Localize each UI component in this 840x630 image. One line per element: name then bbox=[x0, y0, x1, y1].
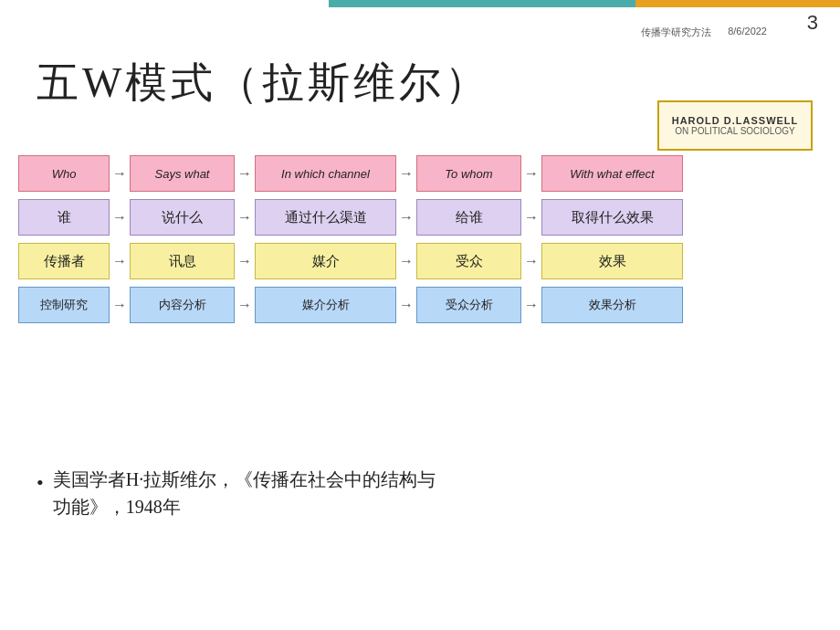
arrow-2: → bbox=[237, 165, 252, 182]
page-title: 五W模式（拉斯维尔） bbox=[37, 55, 490, 111]
box-chuanboze: 传播者 bbox=[18, 243, 110, 279]
box-effect-en: With what effect bbox=[541, 155, 683, 192]
box-meijie: 媒介 bbox=[255, 243, 396, 279]
box-kongzhi: 控制研究 bbox=[18, 287, 110, 323]
box-to-whom-en: To whom bbox=[416, 155, 521, 192]
box-xiaoguo: 效果 bbox=[541, 243, 683, 279]
lasswell-book-ref: HAROLD D.LASSWELL ON POLITICAL SOCIOLOGY bbox=[657, 100, 813, 151]
book-subtitle: ON POLITICAL SOCIOLOGY bbox=[675, 126, 794, 136]
box-to-whom-cn: 给谁 bbox=[416, 199, 521, 236]
arrow-10: → bbox=[237, 253, 252, 269]
box-effect-cn: 取得什么效果 bbox=[541, 199, 683, 236]
arrow-12: → bbox=[524, 253, 539, 269]
slide-number: 3 bbox=[807, 11, 818, 35]
box-channel-cn: 通过什么渠道 bbox=[255, 199, 396, 236]
arrow-1: → bbox=[112, 165, 127, 182]
arrow-7: → bbox=[399, 209, 414, 226]
box-xiaoguo-fenxi: 效果分析 bbox=[541, 287, 683, 323]
bullet-item-1: • 美国学者H·拉斯维尔，《传播在社会中的结构与 功能》，1948年 bbox=[37, 466, 803, 520]
row-research: 控制研究 → 内容分析 → 媒介分析 → 受众分析 → 效果分析 bbox=[18, 287, 822, 323]
box-meijie-fenxi: 媒介分析 bbox=[255, 287, 396, 323]
bullet-line1: 美国学者H·拉斯维尔，《传播在社会中的结构与 bbox=[53, 466, 436, 493]
arrow-3: → bbox=[399, 165, 414, 182]
arrow-9: → bbox=[112, 253, 127, 269]
top-accent-bar bbox=[329, 0, 840, 7]
arrow-8: → bbox=[524, 209, 539, 226]
bullet-dot: • bbox=[37, 467, 44, 498]
box-says-what-cn: 说什么 bbox=[130, 199, 235, 236]
box-who-en: Who bbox=[18, 155, 110, 192]
row-chinese-concepts: 谁 → 说什么 → 通过什么渠道 → 给谁 → 取得什么效果 bbox=[18, 199, 822, 236]
bullet-line2: 功能》，1948年 bbox=[53, 493, 436, 520]
box-shouzong-fenxi: 受众分析 bbox=[416, 287, 521, 323]
box-says-what-en: Says what bbox=[130, 155, 235, 192]
arrow-13: → bbox=[112, 297, 127, 313]
arrow-11: → bbox=[399, 253, 414, 269]
book-title: HAROLD D.LASSWELL bbox=[672, 115, 799, 126]
box-channel-en: In which channel bbox=[255, 155, 396, 192]
meta-date: 8/6/2022 bbox=[728, 26, 767, 39]
arrow-6: → bbox=[237, 209, 252, 226]
arrow-14: → bbox=[237, 297, 252, 313]
meta-info: 传播学研究方法 8/6/2022 bbox=[641, 26, 767, 39]
box-neirong: 内容分析 bbox=[130, 287, 235, 323]
meta-subject: 传播学研究方法 bbox=[641, 26, 711, 39]
bullet-text: 美国学者H·拉斯维尔，《传播在社会中的结构与 功能》，1948年 bbox=[53, 466, 436, 520]
bullet-section: • 美国学者H·拉斯维尔，《传播在社会中的结构与 功能》，1948年 bbox=[37, 466, 803, 520]
arrow-15: → bbox=[399, 297, 414, 313]
box-who-cn: 谁 bbox=[18, 199, 110, 236]
arrow-4: → bbox=[524, 165, 539, 182]
box-shouzong: 受众 bbox=[416, 243, 521, 279]
row-chinese-categories: 传播者 → 讯息 → 媒介 → 受众 → 效果 bbox=[18, 243, 822, 279]
box-xunxi: 讯息 bbox=[130, 243, 235, 279]
arrow-16: → bbox=[524, 297, 539, 313]
arrow-5: → bbox=[112, 209, 127, 226]
row-english: Who → Says what → In which channel → To … bbox=[18, 155, 822, 192]
flow-diagram: Who → Says what → In which channel → To … bbox=[18, 155, 822, 331]
